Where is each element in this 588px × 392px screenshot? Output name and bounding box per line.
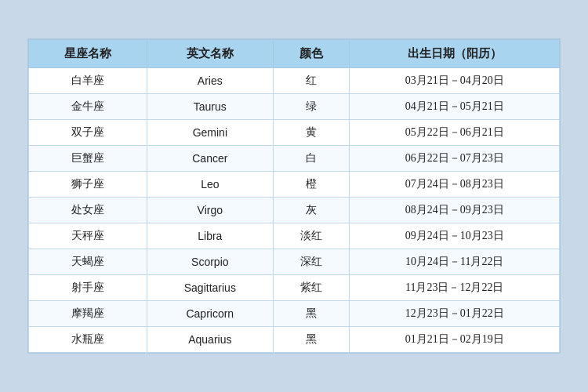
zodiac-table-container: 星座名称 英文名称 颜色 出生日期（阳历） 白羊座Aries红03月21日－04… [27, 38, 561, 354]
cell-english-name: Libra [147, 223, 273, 249]
header-english-name: 英文名称 [147, 40, 273, 68]
cell-chinese-name: 射手座 [29, 275, 147, 301]
cell-color: 黑 [274, 327, 350, 353]
header-dates: 出生日期（阳历） [350, 40, 560, 68]
cell-dates: 08月24日－09月23日 [350, 198, 560, 223]
table-header-row: 星座名称 英文名称 颜色 出生日期（阳历） [29, 40, 560, 68]
cell-chinese-name: 狮子座 [29, 172, 147, 198]
cell-english-name: Sagittarius [147, 275, 273, 301]
cell-english-name: Aquarius [147, 327, 273, 353]
cell-chinese-name: 水瓶座 [29, 327, 147, 353]
cell-chinese-name: 金牛座 [29, 94, 147, 120]
cell-dates: 06月22日－07月23日 [350, 146, 560, 172]
table-row: 白羊座Aries红03月21日－04月20日 [29, 68, 560, 94]
cell-color: 淡红 [274, 223, 350, 249]
cell-chinese-name: 天秤座 [29, 223, 147, 249]
header-chinese-name: 星座名称 [29, 40, 147, 68]
cell-chinese-name: 摩羯座 [29, 301, 147, 327]
cell-color: 白 [274, 146, 350, 172]
cell-dates: 01月21日－02月19日 [350, 327, 560, 353]
table-row: 金牛座Taurus绿04月21日－05月21日 [29, 94, 560, 120]
cell-english-name: Capricorn [147, 301, 273, 327]
table-row: 天蝎座Scorpio深红10月24日－11月22日 [29, 249, 560, 275]
cell-color: 深红 [274, 249, 350, 275]
zodiac-table: 星座名称 英文名称 颜色 出生日期（阳历） 白羊座Aries红03月21日－04… [28, 39, 560, 353]
cell-color: 紫红 [274, 275, 350, 301]
table-row: 水瓶座Aquarius黑01月21日－02月19日 [29, 327, 560, 353]
cell-dates: 10月24日－11月22日 [350, 249, 560, 275]
cell-dates: 04月21日－05月21日 [350, 94, 560, 120]
cell-english-name: Gemini [147, 120, 273, 146]
cell-english-name: Leo [147, 172, 273, 198]
cell-dates: 09月24日－10月23日 [350, 223, 560, 249]
cell-color: 黑 [274, 301, 350, 327]
header-color: 颜色 [274, 40, 350, 68]
cell-color: 黄 [274, 120, 350, 146]
table-row: 狮子座Leo橙07月24日－08月23日 [29, 172, 560, 198]
cell-english-name: Taurus [147, 94, 273, 120]
table-row: 摩羯座Capricorn黑12月23日－01月22日 [29, 301, 560, 327]
cell-color: 绿 [274, 94, 350, 120]
cell-chinese-name: 双子座 [29, 120, 147, 146]
cell-chinese-name: 巨蟹座 [29, 146, 147, 172]
cell-chinese-name: 白羊座 [29, 68, 147, 94]
cell-english-name: Virgo [147, 198, 273, 223]
table-row: 射手座Sagittarius紫红11月23日－12月22日 [29, 275, 560, 301]
cell-english-name: Aries [147, 68, 273, 94]
cell-dates: 07月24日－08月23日 [350, 172, 560, 198]
cell-color: 红 [274, 68, 350, 94]
cell-dates: 12月23日－01月22日 [350, 301, 560, 327]
table-row: 巨蟹座Cancer白06月22日－07月23日 [29, 146, 560, 172]
cell-color: 橙 [274, 172, 350, 198]
cell-english-name: Cancer [147, 146, 273, 172]
cell-chinese-name: 处女座 [29, 198, 147, 223]
cell-color: 灰 [274, 198, 350, 223]
table-row: 双子座Gemini黄05月22日－06月21日 [29, 120, 560, 146]
cell-english-name: Scorpio [147, 249, 273, 275]
table-row: 天秤座Libra淡红09月24日－10月23日 [29, 223, 560, 249]
cell-dates: 11月23日－12月22日 [350, 275, 560, 301]
cell-chinese-name: 天蝎座 [29, 249, 147, 275]
cell-dates: 05月22日－06月21日 [350, 120, 560, 146]
cell-dates: 03月21日－04月20日 [350, 68, 560, 94]
table-row: 处女座Virgo灰08月24日－09月23日 [29, 198, 560, 223]
